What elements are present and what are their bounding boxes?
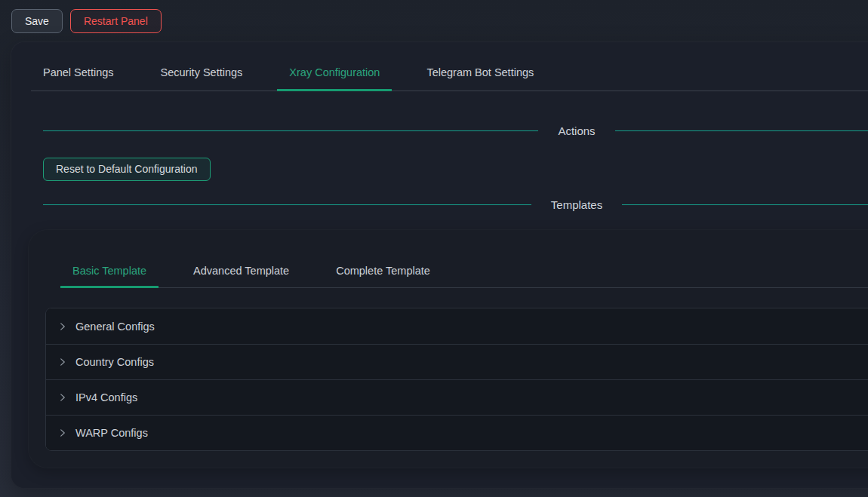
template-tabs: Basic Template Advanced Template Complet… xyxy=(60,256,868,288)
accordion-item-general-configs[interactable]: General Configs xyxy=(46,308,868,344)
tab-xray-configuration[interactable]: Xray Configuration xyxy=(277,57,392,91)
chevron-right-icon xyxy=(58,428,67,437)
divider-line-left xyxy=(43,130,538,131)
settings-card: Panel Settings Security Settings Xray Co… xyxy=(11,41,868,489)
actions-divider-title: Actions xyxy=(538,124,614,137)
accordion-item-label: Country Configs xyxy=(75,356,154,368)
settings-tabs: Panel Settings Security Settings Xray Co… xyxy=(31,57,868,91)
templates-divider: Templates xyxy=(43,195,868,213)
accordion-item-label: WARP Configs xyxy=(75,427,148,439)
tab-security-settings[interactable]: Security Settings xyxy=(149,57,255,91)
tab-basic-template[interactable]: Basic Template xyxy=(60,256,159,288)
tab-complete-template[interactable]: Complete Template xyxy=(324,256,442,288)
chevron-right-icon xyxy=(58,393,67,402)
tab-advanced-template[interactable]: Advanced Template xyxy=(181,256,301,288)
accordion-item-label: IPv4 Configs xyxy=(75,391,137,403)
top-action-bar: Save Restart Panel xyxy=(0,0,868,41)
accordion-item-warp-configs[interactable]: WARP Configs xyxy=(46,415,868,450)
actions-divider: Actions xyxy=(43,121,868,140)
divider-line-left xyxy=(43,204,531,205)
accordion-item-ipv4-configs[interactable]: IPv4 Configs xyxy=(46,379,868,415)
restart-panel-button[interactable]: Restart Panel xyxy=(70,9,162,33)
templates-card: Basic Template Advanced Template Complet… xyxy=(28,229,868,468)
divider-line-right xyxy=(622,204,868,205)
tab-telegram-bot-settings[interactable]: Telegram Bot Settings xyxy=(414,57,546,91)
chevron-right-icon xyxy=(58,357,67,367)
accordion-item-country-configs[interactable]: Country Configs xyxy=(46,344,868,379)
divider-line-right xyxy=(615,130,868,131)
tab-panel-settings[interactable]: Panel Settings xyxy=(31,57,126,91)
reset-default-configuration-button[interactable]: Reset to Default Configuration xyxy=(43,158,211,181)
accordion-item-label: General Configs xyxy=(75,321,155,333)
configs-accordion: General Configs Country Configs IPv4 Con… xyxy=(45,308,868,451)
chevron-right-icon xyxy=(58,322,67,331)
templates-divider-title: Templates xyxy=(531,198,622,211)
save-button[interactable]: Save xyxy=(11,9,63,33)
